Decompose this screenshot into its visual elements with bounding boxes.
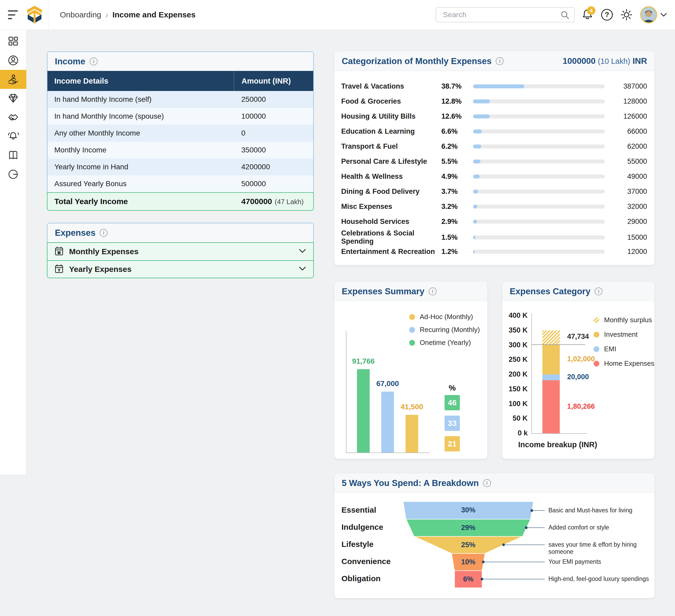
legend-label: Investment: [604, 330, 638, 338]
category-row: Celebrations & Social Spending1.5%15000: [341, 229, 647, 244]
progress-fill: [473, 189, 478, 194]
y-axis-line: [531, 314, 532, 434]
info-icon[interactable]: i: [496, 57, 504, 65]
page: Onboarding › Income and Expenses 4 ?: [0, 0, 675, 616]
sidebar-item-profile[interactable]: [0, 51, 26, 70]
expenses-card: Expenses i MMonthly ExpensesYYearly Expe…: [47, 223, 314, 278]
category-label: Transport & Fuel: [341, 142, 436, 151]
info-icon[interactable]: i: [429, 288, 437, 295]
category-percent: 6.6%: [441, 127, 468, 136]
legend-item: Ad-Hoc (Monthly): [409, 313, 480, 321]
category-row: Health & Wellness4.9%49000: [341, 169, 647, 184]
progress-fill: [473, 160, 480, 163]
category-percent: 5.5%: [441, 157, 468, 166]
avatar-image: [641, 7, 656, 22]
legend-dot-icon: [594, 346, 599, 352]
stack-segment-home-expenses: [542, 380, 560, 433]
top-header: Onboarding › Income and Expenses 4 ?: [0, 0, 675, 30]
segment-value-label: 1,02,000: [567, 355, 595, 363]
breadcrumb-section[interactable]: Onboarding: [60, 10, 101, 19]
funnel-percent: 25%: [461, 541, 475, 549]
sidebar-item-rewards[interactable]: [0, 89, 26, 108]
funnel-description: Your EMI payments: [548, 558, 654, 565]
legend-item: Investment: [594, 330, 655, 338]
expense-accordion-y[interactable]: YYearly Expenses: [47, 260, 314, 278]
percent-square: 21: [445, 436, 460, 451]
category-percent: 1.2%: [441, 248, 468, 256]
legend-dot-icon: [409, 327, 415, 333]
progress-track: [473, 174, 605, 178]
funnel-percent: 6%: [463, 575, 473, 583]
expenses-title: Expenses: [55, 228, 95, 238]
income-col-amount: Amount (INR): [234, 71, 313, 91]
funnel-band-essential: 30%: [403, 502, 533, 519]
sidebar-item-alerts[interactable]: [0, 127, 26, 146]
app-logo[interactable]: [26, 6, 43, 24]
category-value: 12000: [610, 248, 647, 256]
x-axis-label: Income breakup (INR): [518, 440, 597, 449]
progress-track: [473, 114, 605, 119]
category-row: Education & Learning6.6%66000: [341, 124, 647, 139]
info-icon[interactable]: i: [90, 58, 97, 65]
legend-item: Recurring (Monthly): [409, 326, 480, 334]
hamburger-menu-icon[interactable]: [8, 10, 19, 19]
leader-line: [526, 527, 545, 528]
category-percent: 12.8%: [441, 97, 468, 105]
legend-label: Ad-Hoc (Monthly): [420, 313, 473, 321]
info-icon[interactable]: i: [100, 229, 107, 237]
gear-icon: [620, 8, 633, 21]
funnel-description: Added comfort or style: [548, 524, 654, 531]
user-menu[interactable]: [640, 6, 667, 23]
leader-line: [532, 510, 545, 511]
progress-fill: [473, 145, 481, 148]
expenses-summary-card: Expenses Summary i Ad-Hoc (Monthly)Recur…: [334, 282, 487, 459]
category-label: Misc Expenses: [341, 203, 436, 211]
income-total-row: Total Yearly Income 4700000(47 Lakh): [47, 192, 314, 211]
avatar[interactable]: [640, 6, 657, 23]
search-input[interactable]: [436, 7, 575, 22]
x-axis-line: [531, 433, 587, 434]
sidebar-item-onboarding[interactable]: [0, 70, 26, 89]
summary-bar-value: 91,766: [342, 357, 384, 366]
category-value: 15000: [610, 233, 647, 242]
legend-dot-icon: [409, 314, 415, 320]
leader-line: [504, 545, 545, 545]
segment-value-label: 47,734: [567, 332, 589, 341]
reference-line: [532, 344, 585, 345]
category-value: 37000: [610, 187, 647, 196]
summary-bar-2: [381, 392, 394, 453]
category-value: 66000: [610, 127, 647, 136]
settings-button[interactable]: [620, 8, 633, 22]
progress-track: [473, 160, 605, 163]
legend-item: Onetime (Yearly): [409, 338, 480, 347]
income-table-body: In hand Monthly Income (self)250000In ha…: [48, 91, 313, 192]
category-legend: Monthly surplusInvestmentEMIHome Expense…: [594, 316, 655, 368]
sidebar-item-logout[interactable]: [0, 165, 26, 184]
category-value: 49000: [610, 172, 647, 181]
expense-accordion-m[interactable]: MMonthly Expenses: [47, 242, 314, 260]
sidebar-item-dashboard[interactable]: [0, 32, 26, 51]
search-icon[interactable]: [560, 11, 570, 19]
y-tick-label: 200 K: [502, 370, 528, 378]
income-row-value: 500000: [234, 179, 313, 188]
profile-icon: [8, 55, 19, 66]
expense-accordion-label: Monthly Expenses: [69, 247, 138, 256]
breadcrumb-page: Income and Expenses: [112, 10, 196, 19]
x-axis-line: [346, 453, 430, 453]
sidebar-item-partnership[interactable]: [0, 108, 26, 127]
y-tick-label: 0 k: [502, 429, 528, 437]
progress-track: [473, 250, 605, 254]
info-icon[interactable]: i: [595, 288, 602, 295]
info-icon[interactable]: i: [483, 479, 491, 487]
income-row-value: 250000: [234, 95, 313, 104]
help-button[interactable]: ?: [600, 8, 614, 22]
category-percent: 2.9%: [441, 218, 468, 226]
notifications-button[interactable]: 4: [581, 8, 594, 22]
sidebar-item-library[interactable]: [0, 146, 26, 165]
funnel-band-obligation: 6%: [455, 570, 482, 588]
category-percent: 3.7%: [441, 187, 468, 196]
category-percent: 38.7%: [441, 82, 468, 90]
expenses-summary-chart: Ad-Hoc (Monthly)Recurring (Monthly)Oneti…: [334, 301, 487, 459]
funnel-description: Basic and Must-haves for living: [548, 507, 654, 514]
rewards-icon: [8, 93, 19, 104]
